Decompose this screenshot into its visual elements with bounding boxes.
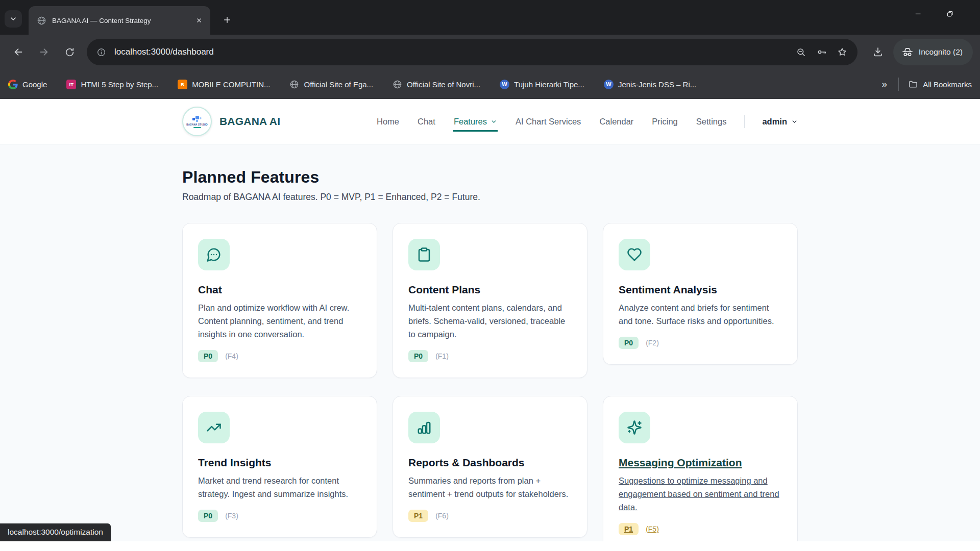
incognito-icon [901, 46, 914, 58]
feature-code: (F2) [646, 339, 659, 347]
card-description: Multi-talent content plans, calendars, a… [408, 301, 572, 341]
card-title: Trend Insights [198, 457, 361, 469]
nav-item-ai-chart-services[interactable]: AI Chart Services [515, 112, 581, 132]
bookmark-label: Jenis-Jenis DSS – Ri... [618, 80, 696, 89]
bookmark-item-tujuh-hierarki[interactable]: W Tujuh Hierarki Tipe... [500, 80, 584, 89]
card-title: Sentiment Analysis [619, 284, 782, 296]
features-grid: Chat Plan and optimize workflow with AI … [182, 223, 798, 551]
feature-card-reports-dashboards[interactable]: Reports & Dashboards Summaries and repor… [393, 396, 587, 538]
address-bar[interactable]: localhost:3000/dashboard [87, 39, 857, 65]
restore-button[interactable] [934, 0, 966, 28]
nav-item-pricing[interactable]: Pricing [651, 112, 678, 132]
link-preview-tooltip: localhost:3000/optimization [0, 523, 111, 541]
feature-code: (F6) [435, 512, 449, 520]
forward-button[interactable] [33, 41, 55, 63]
tab-close-button[interactable] [193, 14, 205, 27]
minimize-button[interactable] [902, 0, 934, 28]
card-title: Reports & Dashboards [408, 457, 572, 469]
nav-item-calendar[interactable]: Calendar [599, 112, 634, 132]
user-menu-admin[interactable]: admin [762, 117, 798, 127]
feature-card-messaging-optimization[interactable]: Messaging Optimization Suggestions to op… [603, 396, 798, 551]
feature-code: (F4) [225, 352, 238, 360]
browser-tab-bar: BAGANA AI — Content Strategy [0, 0, 980, 35]
download-icon[interactable] [867, 41, 889, 63]
priority-badge: P0 [198, 350, 218, 362]
incognito-label: Incognito (2) [919, 47, 963, 57]
pink-it-icon: IT [66, 80, 76, 89]
bookmark-item-ega[interactable]: Official Site of Ega... [289, 80, 373, 89]
browser-tab[interactable]: BAGANA AI — Content Strategy [29, 6, 210, 35]
priority-badge: P0 [619, 337, 639, 349]
nav-item-features[interactable]: Features [453, 112, 498, 132]
bookmark-item-jenis-dss[interactable]: W Jenis-Jenis DSS – Ri... [604, 80, 696, 89]
feature-code: (F1) [435, 352, 449, 360]
bookmark-label: All Bookmarks [923, 80, 972, 89]
nav-item-settings[interactable]: Settings [696, 112, 727, 132]
incognito-badge: Incognito (2) [893, 39, 973, 65]
back-button[interactable] [7, 41, 30, 63]
bookmark-label: Google [22, 80, 47, 89]
bookmark-label: HTML5 Step by Step... [81, 80, 158, 89]
brand-name: BAGANA AI [219, 115, 280, 128]
logo-art [191, 115, 203, 122]
priority-badge: P0 [408, 350, 428, 362]
url-text[interactable]: localhost:3000/dashboard [114, 47, 791, 57]
priority-badge: P1 [408, 510, 428, 522]
bookmark-label: Tujuh Hierarki Tipe... [514, 80, 584, 89]
feature-card-content-plans[interactable]: Content Plans Multi-talent content plans… [393, 223, 587, 378]
bookmark-item-html5[interactable]: IT HTML5 Step by Step... [66, 80, 158, 89]
card-title: Messaging Optimization [619, 457, 782, 469]
globe-favicon-icon [37, 16, 46, 26]
feature-card-trend-insights[interactable]: Trend Insights Market and trend research… [182, 396, 377, 538]
nav-item-home[interactable]: Home [376, 112, 400, 132]
feature-card-sentiment-analysis[interactable]: Sentiment Analysis Analyze content and b… [603, 223, 798, 365]
site-info-icon[interactable] [91, 42, 111, 62]
nav-item-chat[interactable]: Chat [417, 112, 436, 132]
site-header: BAGANA STUDIO BAGANA AI Home Chat Featur… [0, 99, 980, 144]
heart-icon [619, 239, 650, 270]
sparkles-icon [619, 412, 650, 443]
reload-button[interactable] [58, 41, 81, 63]
desktop-strip [0, 541, 980, 551]
brand-link[interactable]: BAGANA STUDIO BAGANA AI [182, 107, 280, 136]
bookmark-item-novri[interactable]: Official Site of Novri... [393, 80, 480, 89]
nav-item-label: Features [454, 117, 487, 127]
page-viewport: BAGANA STUDIO BAGANA AI Home Chat Featur… [0, 99, 980, 551]
bookmark-star-icon[interactable] [832, 42, 852, 62]
bar-chart-icon [408, 412, 440, 443]
logo-underline [193, 127, 201, 128]
all-bookmarks-button[interactable]: All Bookmarks [908, 79, 972, 89]
trending-up-icon [198, 412, 230, 443]
browser-toolbar: localhost:3000/dashboard Incognito (2) [0, 35, 980, 69]
password-key-icon[interactable] [812, 42, 832, 62]
card-description: Suggestions to optimize messaging and en… [619, 474, 782, 514]
tab-search-button[interactable] [5, 10, 22, 28]
google-icon [8, 80, 18, 89]
bookmark-item-mobile-computing[interactable]: B MOBILE COMPUTIN... [178, 80, 270, 89]
bookmark-item-google[interactable]: Google [8, 80, 47, 89]
chevron-down-icon [9, 15, 17, 23]
feature-card-chat[interactable]: Chat Plan and optimize workflow with AI … [182, 223, 377, 378]
wordpress-icon: W [604, 80, 614, 89]
new-tab-button[interactable] [218, 11, 236, 29]
window-controls [902, 0, 980, 28]
logo-text: BAGANA STUDIO [186, 123, 208, 126]
bookmarks-bar: Google IT HTML5 Step by Step... B MOBILE… [0, 69, 980, 99]
zoom-icon[interactable] [791, 42, 812, 62]
bookmarks-overflow-button[interactable]: » [880, 79, 890, 90]
clipboard-icon [408, 239, 440, 270]
chat-bubble-icon [198, 239, 230, 270]
blogger-icon: B [178, 80, 187, 89]
priority-badge: P1 [619, 523, 639, 535]
priority-badge: P0 [198, 510, 218, 522]
chevron-down-icon [491, 118, 497, 125]
user-menu-label: admin [762, 117, 787, 127]
globe-icon [393, 80, 402, 89]
tab-title: BAGANA AI — Content Strategy [52, 17, 193, 24]
nav-divider [744, 115, 745, 128]
bookmark-label: Official Site of Novri... [407, 80, 480, 89]
main-nav: Home Chat Features AI Chart Services Cal… [376, 112, 798, 132]
page-title: Planned Features [182, 168, 798, 187]
chevron-down-icon [791, 118, 798, 125]
feature-code: (F5) [646, 525, 659, 533]
